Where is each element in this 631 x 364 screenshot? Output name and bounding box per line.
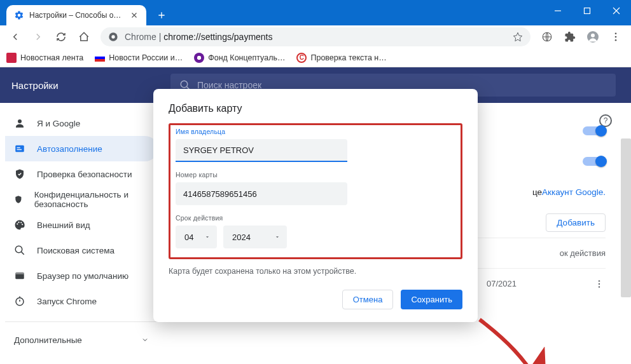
- url-input[interactable]: Chrome | chrome://settings/payments: [101, 27, 530, 46]
- highlighted-form-area: Имя владельца Номер карты Срок действия …: [169, 123, 462, 259]
- reload-button[interactable]: [51, 27, 71, 47]
- svg-point-24: [599, 286, 600, 287]
- name-label: Имя владельца: [176, 128, 455, 135]
- svg-point-2: [111, 35, 114, 38]
- settings-title: Настройки: [11, 80, 170, 91]
- svg-point-9: [181, 81, 188, 88]
- cardholder-name-input[interactable]: [176, 139, 347, 162]
- expiry-month-select[interactable]: 04: [176, 226, 217, 248]
- settings-sidebar: Я и Google Автозаполнение Проверка безоп…: [0, 103, 163, 364]
- bookmarks-bar: Новостная лента Новости России и… Фонд К…: [0, 48, 631, 67]
- bookmark-item[interactable]: CПроверка текста н…: [296, 53, 386, 63]
- forward-button[interactable]: [28, 27, 48, 47]
- bookmark-item[interactable]: Фонд Концептуаль…: [194, 53, 285, 63]
- svg-rect-12: [17, 147, 20, 149]
- scrollbar[interactable]: [621, 138, 631, 297]
- expiry-label: Срок действия: [176, 214, 455, 222]
- sidebar-item-you-and-google[interactable]: Я и Google: [5, 111, 158, 136]
- cancel-button[interactable]: Отмена: [342, 290, 394, 309]
- close-icon[interactable]: [130, 11, 139, 20]
- chrome-icon: [108, 32, 118, 42]
- sidebar-item-startup[interactable]: Запуск Chrome: [5, 288, 158, 314]
- add-card-dialog: Добавить карту Имя владельца Номер карты…: [153, 89, 478, 322]
- svg-point-22: [599, 280, 600, 281]
- new-tab-button[interactable]: [153, 6, 170, 24]
- titlebar: Настройки – Способы оплаты: [0, 0, 631, 25]
- chevron-down-icon: [141, 336, 149, 344]
- svg-point-10: [18, 119, 22, 123]
- svg-point-5: [591, 34, 595, 37]
- maximize-button[interactable]: [572, 0, 602, 22]
- bookmark-star-icon[interactable]: [513, 32, 523, 42]
- bookmark-item[interactable]: Новости России и…: [95, 53, 183, 62]
- bookmark-item[interactable]: Новостная лента: [6, 53, 83, 63]
- url-protocol: Chrome |: [125, 32, 161, 42]
- tab-title: Настройки – Способы оплаты: [29, 11, 125, 20]
- expiry-column-header: ок действия: [560, 248, 606, 258]
- svg-point-16: [20, 222, 22, 223]
- card-number-input[interactable]: [176, 182, 347, 205]
- bookmark-label: Фонд Концептуаль…: [208, 53, 285, 62]
- save-button[interactable]: Сохранить: [401, 290, 462, 309]
- bookmark-label: Проверка текста н…: [310, 53, 386, 62]
- bookmark-label: Новости России и…: [109, 53, 183, 62]
- google-account-link[interactable]: Аккаунт Google.: [542, 187, 606, 197]
- svg-point-14: [17, 223, 18, 224]
- promo-text: це: [532, 187, 542, 197]
- home-button[interactable]: [74, 27, 94, 47]
- sidebar-item-safety-check[interactable]: Проверка безопасности: [5, 161, 158, 187]
- url-path: chrome://settings/payments: [163, 32, 272, 42]
- extensions-icon[interactable]: [560, 27, 580, 47]
- sidebar-item-search[interactable]: Поисковая система: [5, 238, 158, 263]
- svg-rect-11: [15, 145, 24, 152]
- saved-card-expiry: 07/2021: [487, 279, 517, 288]
- close-window-button[interactable]: [602, 0, 631, 22]
- svg-point-7: [615, 36, 617, 38]
- settings-gear-icon: [14, 10, 24, 20]
- dialog-title: Добавить карту: [169, 103, 462, 114]
- window-controls: [543, 0, 631, 22]
- add-card-button[interactable]: Добавить: [546, 213, 606, 232]
- toggle-autofill-addresses[interactable]: [583, 126, 606, 135]
- chevron-down-icon: [204, 234, 211, 240]
- sidebar-item-advanced[interactable]: Дополнительные: [5, 327, 158, 353]
- expiry-year-select[interactable]: 2024: [223, 226, 287, 248]
- number-label: Номер карты: [176, 171, 455, 179]
- svg-rect-20: [15, 273, 24, 274]
- svg-rect-0: [585, 8, 590, 14]
- sidebar-item-privacy[interactable]: Конфиденциальность и безопасность: [5, 187, 158, 212]
- svg-point-8: [615, 39, 617, 41]
- kebab-menu[interactable]: [606, 27, 626, 47]
- toggle-save-cards[interactable]: [583, 157, 606, 166]
- sidebar-item-appearance[interactable]: Внешний вид: [5, 212, 158, 238]
- svg-point-17: [22, 224, 23, 225]
- bookmark-label: Новостная лента: [20, 53, 83, 62]
- sidebar-item-autofill[interactable]: Автозаполнение: [5, 136, 158, 161]
- svg-rect-13: [17, 149, 22, 151]
- svg-point-15: [18, 222, 19, 223]
- sidebar-item-default-browser[interactable]: Браузер по умолчанию: [5, 263, 158, 288]
- svg-point-18: [15, 246, 22, 253]
- url-toolbar: Chrome | chrome://settings/payments: [0, 25, 631, 48]
- svg-point-6: [615, 32, 617, 34]
- svg-point-23: [599, 283, 600, 284]
- back-button[interactable]: [5, 27, 25, 47]
- chevron-down-icon: [274, 234, 281, 240]
- minimize-button[interactable]: [543, 0, 572, 22]
- profile-avatar[interactable]: [583, 27, 603, 47]
- card-actions-menu[interactable]: [593, 278, 606, 290]
- browser-tab[interactable]: Настройки – Способы оплаты: [6, 5, 146, 25]
- dialog-note: Карта будет сохранена только на этом уст…: [169, 267, 462, 276]
- globe-icon[interactable]: [537, 27, 557, 47]
